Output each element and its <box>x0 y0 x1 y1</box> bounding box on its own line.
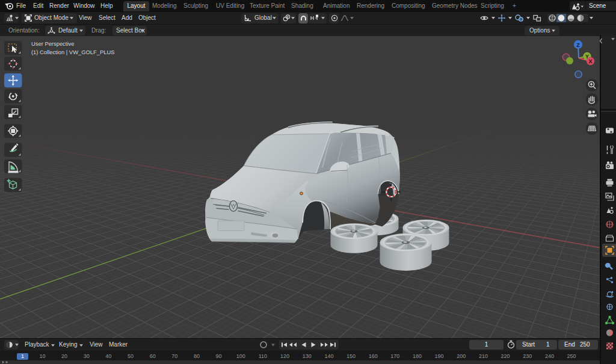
svg-text:(1) Collection | VW_GOLF_PLUS: (1) Collection | VW_GOLF_PLUS <box>31 49 114 55</box>
svg-text:User Perspective: User Perspective <box>31 40 74 47</box>
svg-text:Z: Z <box>576 42 580 48</box>
svg-text:X: X <box>588 58 592 64</box>
